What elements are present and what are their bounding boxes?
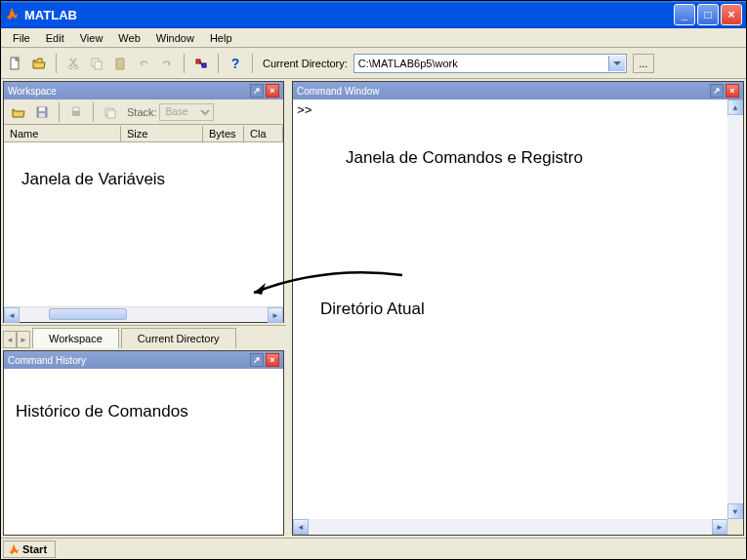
scroll-track[interactable] <box>20 307 268 322</box>
menu-web[interactable]: Web <box>110 30 147 46</box>
matlab-start-icon <box>8 543 20 555</box>
scroll-thumb[interactable] <box>49 308 127 320</box>
stack-dropdown[interactable]: Base <box>159 103 214 121</box>
tab-next-button[interactable]: ► <box>17 331 30 348</box>
scroll-corner <box>727 519 743 535</box>
open-file-button[interactable] <box>28 53 50 74</box>
menu-help[interactable]: Help <box>202 30 240 46</box>
copy-button[interactable] <box>86 53 107 74</box>
col-bytes[interactable]: Bytes <box>203 126 244 141</box>
minimize-button[interactable]: _ <box>674 4 695 25</box>
scroll-right-button[interactable]: ► <box>268 307 283 323</box>
command-window-annotation: Janela de Comandos e Registro <box>346 148 583 168</box>
command-window-panel: Command Window ↗ × >> Janela de Comandos… <box>292 81 744 536</box>
workspace-close-button[interactable]: × <box>266 84 279 98</box>
command-prompt: >> <box>297 103 312 118</box>
svg-rect-5 <box>116 59 124 69</box>
current-directory-dropdown[interactable]: C:\MATLAB6p5\work <box>353 54 627 73</box>
current-directory-label: Current Directory: <box>263 58 348 69</box>
new-file-button[interactable] <box>5 53 26 74</box>
svg-rect-12 <box>72 111 80 116</box>
workspace-undock-button[interactable]: ↗ <box>250 84 264 98</box>
menu-file[interactable]: File <box>5 30 38 46</box>
tab-workspace[interactable]: Workspace <box>32 328 119 348</box>
cmd-scroll-right-button[interactable]: ► <box>712 519 727 535</box>
workspace-horizontal-scrollbar[interactable]: ◄ ► <box>4 306 283 322</box>
current-directory-value: C:\MATLAB6p5\work <box>358 58 458 69</box>
start-button[interactable]: Start <box>3 540 56 558</box>
browse-directory-button[interactable]: ... <box>633 54 654 73</box>
command-window-close-button[interactable]: × <box>726 84 739 98</box>
command-window-vertical-scrollbar[interactable]: ▲ ▼ <box>727 100 743 519</box>
workspace-title: Workspace <box>8 86 57 97</box>
svg-rect-10 <box>39 107 45 111</box>
command-window-undock-button[interactable]: ↗ <box>710 84 724 98</box>
svg-rect-6 <box>118 58 122 60</box>
scroll-up-button[interactable]: ▲ <box>727 100 743 115</box>
ws-open-button[interactable] <box>8 101 29 123</box>
workspace-annotation: Janela de Variáveis <box>21 170 165 189</box>
menu-edit[interactable]: Edit <box>38 30 72 46</box>
workspace-body[interactable]: Janela de Variáveis <box>4 142 283 306</box>
svg-rect-7 <box>196 60 200 63</box>
simulink-button[interactable] <box>190 53 212 74</box>
window-titlebar: MATLAB _ □ × <box>1 1 746 28</box>
svg-rect-8 <box>202 63 206 67</box>
svg-rect-13 <box>73 107 79 111</box>
svg-rect-11 <box>39 113 45 117</box>
command-history-body[interactable]: Histórico de Comandos <box>4 369 283 535</box>
window-title: MATLAB <box>24 8 77 22</box>
command-window-body[interactable]: >> Janela de Comandos e Registro Diretór… <box>293 100 743 535</box>
workspace-panel: Workspace ↗ × Stack: Base Name Size Byte… <box>3 81 284 323</box>
ws-delete-button[interactable] <box>100 101 121 123</box>
menu-window[interactable]: Window <box>148 30 202 46</box>
command-window-titlebar: Command Window ↗ × <box>293 82 743 100</box>
cut-button[interactable] <box>62 53 84 74</box>
matlab-icon <box>5 7 21 22</box>
start-label: Start <box>22 543 47 555</box>
maximize-button[interactable]: □ <box>697 4 719 25</box>
redo-button[interactable] <box>156 53 178 74</box>
ws-save-button[interactable] <box>31 101 53 123</box>
command-window-horizontal-scrollbar[interactable]: ◄ ► <box>293 519 727 535</box>
undo-button[interactable] <box>133 53 154 74</box>
tab-prev-button[interactable]: ◄ <box>3 331 17 348</box>
arrow-annotation: Diretório Atual <box>320 300 425 319</box>
menu-view[interactable]: View <box>72 30 111 46</box>
svg-rect-4 <box>95 61 102 69</box>
command-history-title: Command History <box>8 355 86 366</box>
cmd-scroll-left-button[interactable]: ◄ <box>293 519 309 535</box>
ws-print-button[interactable] <box>65 101 87 123</box>
tab-current-directory[interactable]: Current Directory <box>121 328 236 348</box>
command-window-title: Command Window <box>297 86 379 97</box>
menubar: File Edit View Web Window Help <box>1 28 746 48</box>
workspace-column-headers: Name Size Bytes Cla <box>4 125 283 142</box>
toolbar: ? Current Directory: C:\MATLAB6p5\work .… <box>1 48 746 79</box>
workspace-tabs: ◄ ► Workspace Current Directory <box>1 325 286 348</box>
command-history-panel: Command History ↗ × Histórico de Comando… <box>3 350 284 536</box>
statusbar: Start <box>1 538 746 559</box>
close-button[interactable]: × <box>721 4 742 25</box>
command-history-annotation: Histórico de Comandos <box>16 402 188 421</box>
svg-rect-15 <box>107 110 115 118</box>
scroll-down-button[interactable]: ▼ <box>727 503 743 519</box>
col-class[interactable]: Cla <box>244 126 283 141</box>
help-button[interactable]: ? <box>225 53 246 74</box>
stack-label: Stack: <box>127 106 157 118</box>
command-history-undock-button[interactable]: ↗ <box>250 353 264 367</box>
col-name[interactable]: Name <box>4 126 121 141</box>
command-history-titlebar: Command History ↗ × <box>4 351 283 369</box>
col-size[interactable]: Size <box>121 126 203 141</box>
workspace-titlebar: Workspace ↗ × <box>4 82 283 100</box>
workspace-toolbar: Stack: Base <box>4 100 283 125</box>
scroll-left-button[interactable]: ◄ <box>4 307 20 323</box>
paste-button[interactable] <box>109 53 131 74</box>
command-history-close-button[interactable]: × <box>266 353 279 367</box>
